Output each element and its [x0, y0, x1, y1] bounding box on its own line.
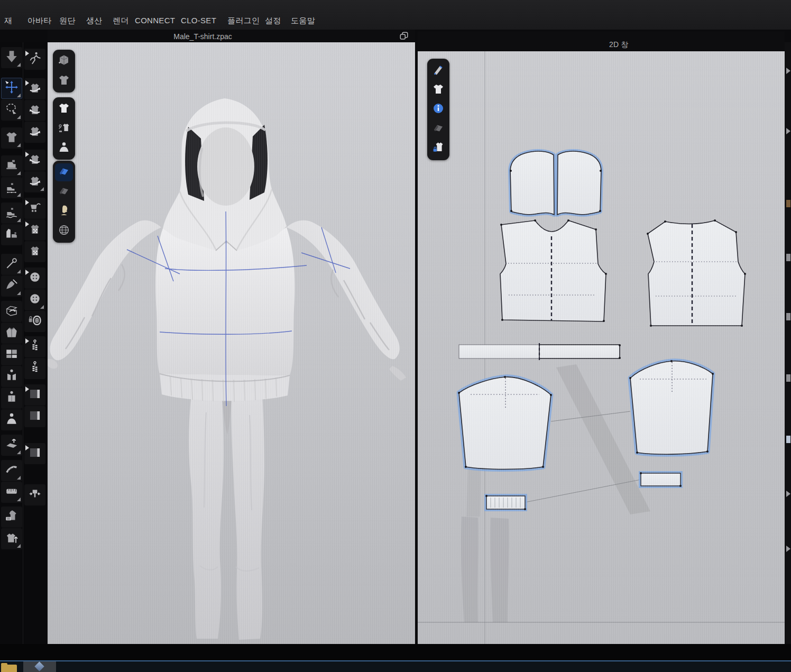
cropped-tool-icon[interactable]: [786, 68, 790, 74]
sewing-free-tool[interactable]: [1, 177, 22, 198]
cropped-tool-icon[interactable]: [786, 491, 790, 497]
taskbar-app-button[interactable]: [23, 661, 56, 672]
select-lasso-tool[interactable]: [1, 99, 22, 121]
avatar-motion-tool[interactable]: [24, 49, 45, 70]
grade-tool[interactable]: [1, 507, 22, 528]
menu-item-3[interactable]: 원단: [59, 16, 76, 26]
head-icon: [58, 204, 70, 219]
menu-item-8[interactable]: 플러그인: [227, 16, 260, 26]
viewport-3d[interactable]: [48, 42, 415, 644]
measure-curve-tool[interactable]: [1, 460, 22, 481]
pattern-info-button[interactable]: [429, 100, 447, 118]
menu-item-5[interactable]: 렌더: [113, 16, 129, 26]
clo3d-app-window: 재아바타원단생산렌더CONNECTCLO-SET플러그인설정도움말 Male_T…: [0, 0, 791, 672]
drape-open-tool[interactable]: [1, 366, 22, 387]
pattern-cuff-right[interactable]: [640, 472, 682, 487]
view-3d-button[interactable]: [55, 52, 73, 70]
menu-item-6[interactable]: CONNECT: [135, 16, 175, 25]
environment-button[interactable]: [55, 222, 73, 240]
fitting-map-tool-2[interactable]: [24, 241, 45, 262]
steam-tool[interactable]: [24, 198, 45, 219]
show-garment-2d-button[interactable]: [429, 81, 447, 99]
zipper-tool[interactable]: [24, 336, 45, 357]
fabric-dark-button[interactable]: [55, 183, 73, 201]
zipper-edit-tool[interactable]: [24, 358, 45, 379]
edit-pattern-tool[interactable]: [429, 61, 447, 79]
garment-style-button[interactable]: [55, 119, 73, 137]
cropped-tool-icon[interactable]: [786, 128, 790, 134]
cropped-tool-icon[interactable]: [786, 546, 790, 552]
pattern-bodice-front[interactable]: [500, 219, 607, 322]
sewing-edit-tool[interactable]: [1, 202, 22, 224]
tshirt-dark-icon: [5, 130, 19, 146]
menu-item-7[interactable]: CLO-SET: [181, 16, 216, 25]
fabric-swatch-tool[interactable]: [24, 384, 45, 406]
fabric-swatch-tool-3[interactable]: [24, 443, 45, 464]
show-garment-button[interactable]: [55, 100, 73, 118]
left-tool-sidebar: [0, 42, 47, 644]
pin-tool[interactable]: [1, 254, 22, 275]
flatten-tool[interactable]: [1, 301, 22, 322]
run-man-icon: [28, 51, 42, 67]
avatar-skin-button[interactable]: [55, 202, 73, 220]
texture-edit-tool[interactable]: [1, 435, 22, 456]
puller-tool[interactable]: [24, 484, 45, 505]
zipper-icon: [28, 339, 42, 355]
view-garment-button[interactable]: [55, 72, 73, 90]
select-move-tool[interactable]: [1, 78, 22, 99]
pattern-sleeve-right[interactable]: [629, 360, 714, 454]
cropped-tool-icon[interactable]: [786, 374, 790, 382]
sewing-segment-tool[interactable]: [1, 155, 22, 177]
menu-item-1[interactable]: 재: [4, 16, 12, 26]
folder-icon[interactable]: [1, 665, 17, 672]
pattern-cuff-left[interactable]: [485, 495, 526, 510]
cropped-tool-icon[interactable]: [786, 313, 790, 320]
fold-arrange-tool-2[interactable]: [24, 100, 45, 121]
pattern-hood-left[interactable]: [510, 151, 554, 215]
menu-item-10[interactable]: 도움말: [291, 16, 315, 26]
pattern-hem-band-left[interactable]: [459, 345, 539, 358]
sewing-garment-tool[interactable]: [1, 224, 22, 245]
drape-tool[interactable]: [1, 388, 22, 409]
float-panel-button[interactable]: [399, 31, 409, 41]
hoodie-body[interactable]: [155, 227, 295, 375]
fold-arrange-tool-3[interactable]: [24, 122, 45, 143]
dart-tool[interactable]: [1, 275, 22, 297]
cropped-tool-icon[interactable]: [786, 254, 790, 261]
lock-pattern-button[interactable]: [429, 140, 447, 158]
pattern-sleeve-left[interactable]: [458, 376, 552, 470]
tshirt-white-icon: [58, 102, 70, 116]
button-tool[interactable]: [24, 268, 45, 289]
cropped-tool-icon[interactable]: [786, 200, 790, 207]
simulate-tool[interactable]: [1, 47, 22, 68]
fold-arrange-tool-4[interactable]: [24, 150, 45, 171]
arrange-pieces-tool[interactable]: [1, 344, 22, 365]
menu-item-4[interactable]: 생산: [86, 16, 103, 26]
pattern-bodice-back[interactable]: [647, 219, 746, 327]
fabric-2d-button[interactable]: [429, 120, 447, 138]
box-arrow-icon: [5, 303, 19, 319]
hoodie-hood[interactable]: [163, 98, 287, 251]
menu-item-2[interactable]: 아바타: [27, 16, 52, 26]
show-avatar-button[interactable]: [55, 139, 73, 157]
pattern-hem-band-right[interactable]: [539, 343, 621, 360]
select-garment-tool[interactable]: [1, 127, 22, 149]
cropped-tool-icon[interactable]: [786, 436, 790, 443]
menu-item-9[interactable]: 설정: [265, 16, 281, 26]
fold-arrange-tool-1[interactable]: [24, 78, 45, 99]
measure-tape-tool[interactable]: [1, 482, 22, 503]
pattern-hood-right[interactable]: [557, 151, 602, 215]
fitting-map-tool[interactable]: [24, 219, 45, 241]
garment-transfer-tool[interactable]: [1, 528, 22, 549]
machine-free-icon: [5, 205, 19, 221]
buttonhole-tool[interactable]: [24, 289, 45, 310]
viewport-2d[interactable]: [418, 51, 785, 644]
collar-tool[interactable]: [1, 323, 22, 344]
fit-avatar-tool[interactable]: [1, 409, 22, 430]
fold-arrange-tool-5[interactable]: [24, 171, 45, 192]
fabric-view-button[interactable]: [55, 163, 73, 181]
hoodie-sleeve-right[interactable]: [287, 220, 400, 360]
shirt-bend-icon: [28, 81, 42, 97]
fabric-swatch-tool-2[interactable]: [24, 406, 45, 427]
fastener-tool[interactable]: [24, 311, 45, 332]
